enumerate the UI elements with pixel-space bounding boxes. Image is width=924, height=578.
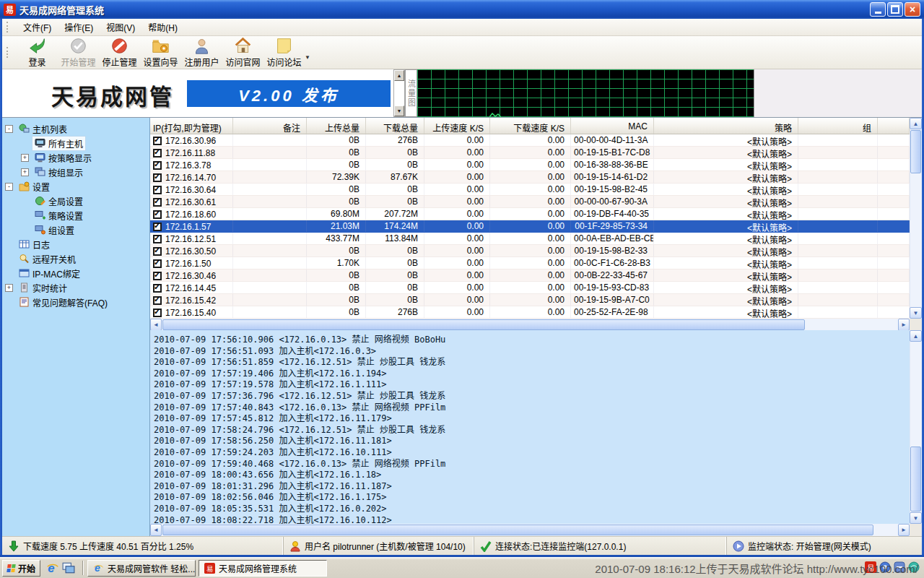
menu-view[interactable]: 视图(V) [100, 21, 141, 35]
task-app-window[interactable]: 易天易成网络管理系统 [199, 560, 327, 577]
table-row[interactable]: 172.16.1.501.70K0B0.000.0000-0C-F1-C6-28… [150, 257, 910, 269]
scroll-thumb[interactable] [910, 130, 921, 173]
scroll-left-icon[interactable]: ◄ [150, 319, 162, 331]
ie-icon[interactable]: e [46, 561, 59, 574]
column-header-policy[interactable]: 策略 [654, 118, 798, 134]
sidebar-item-host-list[interactable]: - 主机列表 [2, 121, 149, 136]
sidebar-item-settings[interactable]: - 设置 [2, 179, 149, 194]
table-row[interactable]: 172.16.30.460B0B0.000.0000-0B-22-33-45-6… [150, 269, 910, 282]
column-header-up_speed[interactable]: 上传速度 K/S [424, 118, 490, 134]
table-row[interactable]: 172.16.15.400B276B0.000.0000-25-52-FA-2E… [150, 306, 910, 319]
cell-mac: 00-19-15-98-B2-45 [571, 184, 654, 195]
sidebar-item-by-group[interactable]: + 按组显示 [2, 165, 149, 179]
manage-checkbox[interactable] [153, 309, 162, 317]
column-header-down_total[interactable]: 下载总量 [366, 118, 424, 134]
restore-button[interactable] [887, 2, 903, 17]
login-button[interactable]: 登录 [17, 37, 58, 69]
close-button[interactable]: × [905, 2, 920, 17]
manage-checkbox[interactable] [153, 296, 162, 305]
user-icon [289, 540, 301, 552]
scroll-right-icon[interactable]: ► [898, 319, 910, 331]
toolbar-dropdown-arrow-icon[interactable]: ▼ [305, 54, 312, 61]
task-forum-window[interactable]: e天易成网管软件 轻松... [87, 560, 196, 577]
sidebar-item-by-policy[interactable]: + 按策略显示 [2, 150, 149, 165]
manage-checkbox[interactable] [153, 210, 162, 219]
manage-checkbox[interactable] [153, 186, 162, 194]
stop-manage-button[interactable]: 停止管理 [99, 37, 140, 69]
sidebar-item-ip-mac-binding[interactable]: IP-MAC绑定 [2, 266, 149, 280]
scroll-thumb[interactable] [162, 319, 805, 330]
host-table-horizontal-scrollbar[interactable]: ◄ ► [150, 319, 910, 331]
menu-file[interactable]: 文件(F) [17, 21, 58, 35]
manage-checkbox[interactable] [153, 198, 162, 207]
sidebar-item-global-settings[interactable]: 全局设置 [2, 194, 149, 208]
scroll-up-icon[interactable]: ▲ [910, 330, 922, 342]
cell-filler [878, 147, 910, 158]
table-row[interactable]: 172.16.14.7072.39K87.67K0.000.0000-19-15… [150, 171, 910, 184]
show-desktop-icon[interactable] [62, 561, 75, 574]
visit-forum-button[interactable]: 访问论坛 [263, 37, 305, 69]
log-horizontal-scrollbar[interactable]: ◄ ► [150, 524, 910, 536]
table-row[interactable]: 172.16.14.450B0B0.000.0000-19-15-93-CD-8… [150, 282, 910, 294]
manage-checkbox[interactable] [153, 247, 162, 256]
scroll-down-icon[interactable]: ▼ [910, 512, 922, 524]
start-button[interactable]: 开始 [2, 560, 40, 577]
register-user-button[interactable]: 注册用户 [181, 37, 222, 69]
table-row[interactable]: 172.16.30.610B0B0.000.0000-00-00-67-90-3… [150, 196, 910, 208]
column-header-ip[interactable]: IP(打勾,即为管理) [150, 118, 233, 134]
table-row[interactable]: 172.16.15.420B0B0.000.0000-19-15-9B-A7-C… [150, 294, 910, 306]
column-header-down_speed[interactable]: 下载速度 K/S [490, 118, 571, 134]
manage-checkbox[interactable] [153, 284, 162, 293]
scroll-thumb[interactable] [162, 525, 873, 535]
scroll-down-icon[interactable]: ▼ [394, 105, 404, 116]
column-header-mac[interactable]: MAC [571, 118, 654, 134]
banner-scrollbar[interactable]: ▲ ▼ [393, 69, 405, 117]
scroll-up-icon[interactable]: ▲ [910, 118, 922, 129]
scroll-up-icon[interactable]: ▲ [394, 70, 404, 81]
settings-wizard-button[interactable]: 设置向导 [140, 37, 181, 69]
sidebar-item-faq[interactable]: 常见问题解答(FAQ) [2, 295, 149, 309]
table-row[interactable]: 172.16.12.51433.77M113.84M0.000.0000-0A-… [150, 233, 910, 245]
expander-plus-icon[interactable]: + [21, 168, 29, 176]
column-header-group[interactable]: 组 [798, 118, 878, 134]
manage-checkbox[interactable] [153, 223, 162, 231]
sidebar-item-group-settings[interactable]: 组设置 [2, 223, 149, 237]
table-row[interactable]: 172.16.3.780B0B0.000.0000-16-38-88-36-BE… [150, 159, 910, 171]
sidebar-item-remote-power[interactable]: 远程开关机 [2, 251, 149, 266]
manage-checkbox[interactable] [153, 272, 162, 280]
expander-minus-icon[interactable]: - [5, 125, 13, 133]
manage-checkbox[interactable] [153, 235, 162, 243]
table-row[interactable]: 172.16.30.640B0B0.000.0000-19-15-98-B2-4… [150, 184, 910, 196]
sidebar-item-all-hosts[interactable]: 所有主机 [2, 136, 149, 150]
table-row[interactable]: 172.16.30.960B276B0.000.0000-00-00-4D-11… [150, 134, 910, 147]
host-table-vertical-scrollbar[interactable]: ▲ ▼ [910, 118, 922, 319]
expander-plus-icon[interactable]: + [5, 284, 13, 292]
column-header-up_total[interactable]: 上传总量 [307, 118, 366, 134]
expander-plus-icon[interactable]: + [21, 154, 29, 162]
scroll-right-icon[interactable]: ► [898, 524, 910, 536]
table-row[interactable]: 172.16.1.5721.03M174.24M0.000.0000-1F-29… [150, 220, 910, 233]
manage-checkbox[interactable] [153, 137, 162, 145]
table-row[interactable]: 172.16.18.6069.80M207.72M0.000.0000-19-D… [150, 208, 910, 220]
log-vertical-scrollbar[interactable]: ▲ ▼ [910, 330, 922, 524]
table-row[interactable]: 172.16.30.500B0B0.000.0000-19-15-98-B2-3… [150, 245, 910, 257]
sidebar-item-realtime-stats[interactable]: + 实时统计 [2, 280, 149, 295]
column-header-note[interactable]: 备注 [233, 118, 307, 134]
manage-checkbox[interactable] [153, 259, 162, 268]
expander-minus-icon[interactable]: - [5, 183, 13, 191]
manage-checkbox[interactable] [153, 149, 162, 158]
scroll-thumb[interactable] [910, 447, 921, 512]
sidebar-item-policy-settings[interactable]: 策略设置 [2, 208, 149, 223]
menu-help[interactable]: 帮助(H) [141, 21, 184, 35]
scroll-left-icon[interactable]: ◄ [150, 524, 162, 536]
visit-website-button[interactable]: 访问官网 [222, 37, 263, 69]
manage-checkbox[interactable] [153, 173, 162, 182]
scroll-down-icon[interactable]: ▼ [910, 307, 922, 319]
minimize-button[interactable] [870, 2, 886, 17]
table-row[interactable]: 172.16.11.880B0B0.000.0000-19-15-B1-7C-D… [150, 147, 910, 159]
sidebar-item-log[interactable]: 日志 [2, 237, 149, 251]
manage-checkbox[interactable] [153, 161, 162, 170]
cell-ip: 172.16.14.45 [150, 282, 233, 293]
cell-down_speed: 0.00 [490, 245, 571, 256]
menu-operate[interactable]: 操作(E) [58, 21, 100, 35]
